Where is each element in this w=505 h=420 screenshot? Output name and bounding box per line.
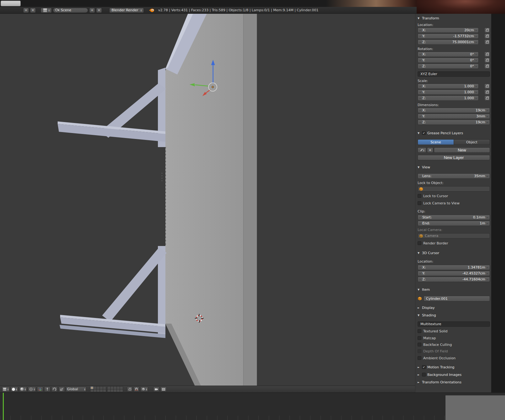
checkbox-icon[interactable] [418, 194, 421, 198]
layer-2[interactable] [94, 387, 96, 389]
decrement-icon[interactable]: ◂ [419, 65, 421, 68]
decrement-icon[interactable]: ◂ [419, 278, 421, 281]
backface-culling-toggle[interactable]: Backface Culling [418, 342, 490, 347]
increment-icon[interactable]: ▸ [475, 85, 477, 88]
top-left-field[interactable] [1, 1, 21, 6]
rotation-mode-dropdown[interactable]: XYZ Euler [418, 71, 490, 77]
rotation-y-lock-button[interactable] [484, 58, 490, 63]
rotation-z-field[interactable]: ◂ Z: 0° ▸ [418, 64, 479, 69]
increment-icon[interactable]: ▸ [487, 222, 489, 225]
layer-6[interactable] [107, 387, 110, 389]
manipulator-translate-button[interactable] [44, 387, 50, 392]
decrement-icon[interactable]: ◂ [419, 121, 421, 124]
grease-new-button[interactable]: New [434, 147, 490, 153]
tab-object[interactable]: Object [454, 139, 490, 145]
decrement-icon[interactable]: ◂ [419, 115, 421, 118]
increment-icon[interactable]: ▸ [475, 97, 477, 100]
decrement-icon[interactable]: ◂ [419, 91, 421, 94]
decrement-icon[interactable]: ◂ [419, 272, 421, 275]
clip-end-field[interactable]: ◂ End: 1m ▸ [418, 221, 490, 226]
manipulator-scale-button[interactable] [59, 387, 65, 392]
decrement-icon[interactable]: ◂ [419, 59, 421, 62]
delete-scene-button[interactable]: × [96, 8, 102, 13]
timeline-ruler[interactable] [0, 416, 445, 420]
layer-11[interactable] [91, 389, 93, 392]
increment-icon[interactable]: ▸ [475, 91, 477, 94]
scale-z-field[interactable]: ◂ Z: 1.000 ▸ [418, 95, 479, 101]
scale-y-field[interactable]: ◂ Y: 1.000 ▸ [418, 90, 479, 95]
layer-13[interactable] [97, 389, 100, 392]
layer-10[interactable] [120, 387, 123, 389]
increment-icon[interactable]: ▸ [475, 59, 477, 62]
render-opengl-anim-button[interactable] [160, 387, 167, 392]
section-transform-orientations-header[interactable]: ► Transform Orientations [418, 379, 490, 385]
layer-18[interactable] [114, 389, 117, 392]
location-x-lock-button[interactable] [484, 28, 490, 33]
layer-1[interactable] [91, 387, 93, 389]
increment-icon[interactable]: ▸ [475, 35, 477, 38]
cursor-z-field[interactable]: ◂ Z: -44.71604cm ▸ [418, 277, 490, 282]
viewport-3d[interactable] [0, 14, 415, 392]
dimensions-x-field[interactable]: ◂ X: 19cm ▸ [418, 108, 490, 113]
render-border-toggle[interactable]: Render Border [418, 241, 490, 245]
grease-pencil-datablock-button[interactable]: ▴▾ [418, 147, 426, 153]
grease-pencil-add-button[interactable]: + [427, 147, 433, 153]
tab-scene[interactable]: Scene [418, 139, 454, 145]
cursor-y-field[interactable]: ◂ Y: -42.45327cm ▸ [418, 271, 490, 276]
section-transform-header[interactable]: ▼ Transform [418, 15, 490, 21]
matcap-toggle[interactable]: Matcap [418, 336, 490, 340]
increment-icon[interactable]: ▸ [475, 53, 477, 56]
checkbox-icon[interactable] [418, 343, 421, 346]
location-x-field[interactable]: ◂ X: 20cm ▸ [418, 28, 479, 33]
section-background-images-header[interactable]: ► Background Images [418, 371, 490, 378]
layers-grid-right[interactable] [107, 386, 123, 392]
increment-icon[interactable]: ▸ [487, 121, 489, 124]
timeline[interactable] [0, 392, 505, 420]
transform-orientation-dropdown[interactable]: Global ▴▾ [66, 387, 86, 392]
section-motion-tracking-header[interactable]: ► ✓ Motion Tracking [418, 364, 490, 370]
render-opengl-button[interactable] [153, 387, 159, 392]
lock-to-cursor-toggle[interactable]: Lock to Cursor [418, 194, 490, 198]
increment-icon[interactable]: ▸ [475, 41, 477, 44]
layer-5[interactable] [103, 387, 106, 389]
clip-start-field[interactable]: ◂ Start: 0.1mm ▸ [418, 215, 490, 220]
increment-icon[interactable]: ▸ [487, 115, 489, 118]
lock-camera-to-view-toggle[interactable]: Lock Camera to View [418, 201, 490, 205]
layer-3[interactable] [97, 387, 100, 389]
checkbox-icon[interactable] [418, 336, 421, 340]
increment-icon[interactable]: ▸ [487, 216, 489, 219]
checkbox-icon[interactable] [418, 201, 421, 205]
lock-layers-button[interactable] [127, 387, 133, 392]
section-shading-header[interactable]: ▼ Shading [418, 312, 490, 318]
scale-y-lock-button[interactable] [484, 90, 490, 95]
rotation-x-field[interactable]: ◂ X: 0° ▸ [418, 52, 479, 57]
mode-dropdown[interactable]: ▴▾ [11, 387, 18, 392]
ambient-occlusion-toggle[interactable]: Ambient Occlusion [418, 356, 490, 360]
layer-7[interactable] [111, 387, 113, 389]
location-z-field[interactable]: ◂ Z: 75.00001cm ▸ [418, 39, 479, 45]
delete-screen-button[interactable]: × [30, 8, 36, 13]
snap-element-dropdown[interactable]: ▴▾ [140, 387, 148, 392]
layer-14[interactable] [100, 389, 103, 392]
layer-20[interactable] [120, 389, 123, 392]
section-display-header[interactable]: ► Display [418, 305, 490, 311]
layer-17[interactable] [111, 389, 113, 392]
checkbox-icon[interactable] [418, 329, 421, 333]
rotation-x-lock-button[interactable] [484, 52, 490, 57]
decrement-icon[interactable]: ◂ [419, 216, 421, 219]
layer-12[interactable] [94, 389, 96, 392]
cursor-x-field[interactable]: ◂ X: 1.34781m ▸ [418, 265, 490, 270]
layers-grid-left[interactable] [90, 386, 106, 392]
dimensions-y-field[interactable]: ◂ Y: 3mm ▸ [418, 114, 490, 119]
decrement-icon[interactable]: ◂ [419, 266, 421, 269]
viewport-shading-dropdown[interactable]: ▴▾ [19, 387, 27, 392]
grease-pencil-checkbox[interactable]: ✓ [422, 131, 426, 135]
decrement-icon[interactable]: ◂ [419, 85, 421, 88]
scale-x-lock-button[interactable] [484, 84, 490, 89]
decrement-icon[interactable]: ◂ [419, 222, 421, 225]
decrement-icon[interactable]: ◂ [419, 41, 421, 44]
decrement-icon[interactable]: ◂ [419, 35, 421, 38]
section-view-header[interactable]: ▼ View [418, 164, 490, 170]
increment-icon[interactable]: ▸ [475, 65, 477, 68]
scale-z-lock-button[interactable] [484, 95, 490, 101]
